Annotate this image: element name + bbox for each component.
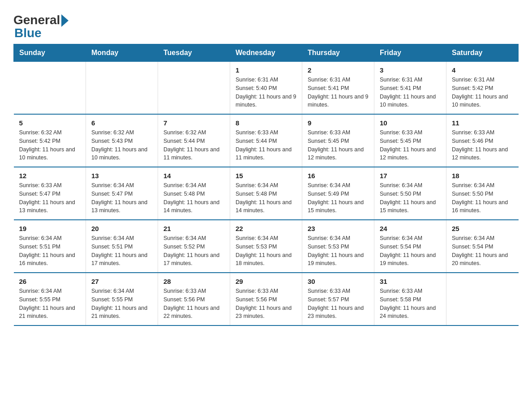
calendar-cell: 1Sunrise: 6:31 AMSunset: 5:40 PMDaylight… <box>230 62 302 115</box>
weekday-header-sunday: Sunday <box>14 44 86 62</box>
day-info: Sunrise: 6:33 AMSunset: 5:46 PMDaylight:… <box>452 128 513 162</box>
day-info: Sunrise: 6:31 AMSunset: 5:40 PMDaylight:… <box>236 76 296 109</box>
calendar-cell: 13Sunrise: 6:34 AMSunset: 5:47 PMDayligh… <box>86 167 158 220</box>
calendar-cell <box>86 62 158 115</box>
calendar-cell: 20Sunrise: 6:34 AMSunset: 5:51 PMDayligh… <box>86 220 158 273</box>
calendar-cell: 10Sunrise: 6:33 AMSunset: 5:45 PMDayligh… <box>374 114 446 167</box>
calendar-cell: 3Sunrise: 6:31 AMSunset: 5:41 PMDaylight… <box>374 62 446 115</box>
day-number: 14 <box>163 172 224 180</box>
calendar-cell: 23Sunrise: 6:34 AMSunset: 5:53 PMDayligh… <box>302 220 374 273</box>
calendar-cell: 11Sunrise: 6:33 AMSunset: 5:46 PMDayligh… <box>446 114 519 167</box>
calendar-table: SundayMondayTuesdayWednesdayThursdayFrid… <box>13 44 519 326</box>
calendar-cell: 24Sunrise: 6:34 AMSunset: 5:54 PMDayligh… <box>374 220 446 273</box>
day-info: Sunrise: 6:34 AMSunset: 5:55 PMDaylight:… <box>19 287 81 321</box>
calendar-cell: 4Sunrise: 6:31 AMSunset: 5:42 PMDaylight… <box>446 62 519 115</box>
day-info: Sunrise: 6:33 AMSunset: 5:45 PMDaylight:… <box>308 128 369 162</box>
day-info: Sunrise: 6:33 AMSunset: 5:57 PMDaylight:… <box>308 287 369 321</box>
calendar-cell: 28Sunrise: 6:33 AMSunset: 5:56 PMDayligh… <box>158 273 230 325</box>
calendar-cell: 26Sunrise: 6:34 AMSunset: 5:55 PMDayligh… <box>14 273 86 325</box>
day-number: 11 <box>452 119 513 127</box>
day-number: 15 <box>236 172 296 180</box>
calendar-cell <box>158 62 230 115</box>
day-info: Sunrise: 6:31 AMSunset: 5:42 PMDaylight:… <box>452 76 513 109</box>
calendar-cell: 27Sunrise: 6:34 AMSunset: 5:55 PMDayligh… <box>86 273 158 325</box>
day-info: Sunrise: 6:34 AMSunset: 5:47 PMDaylight:… <box>91 181 152 215</box>
day-info: Sunrise: 6:34 AMSunset: 5:54 PMDaylight:… <box>452 234 513 268</box>
day-number: 21 <box>163 225 224 232</box>
day-number: 29 <box>236 278 296 285</box>
day-info: Sunrise: 6:32 AMSunset: 5:42 PMDaylight:… <box>19 128 81 162</box>
weekday-header-row: SundayMondayTuesdayWednesdayThursdayFrid… <box>14 44 519 62</box>
day-info: Sunrise: 6:34 AMSunset: 5:50 PMDaylight:… <box>380 181 441 215</box>
calendar-cell: 25Sunrise: 6:34 AMSunset: 5:54 PMDayligh… <box>446 220 519 273</box>
day-number: 6 <box>91 119 152 127</box>
day-number: 28 <box>163 278 224 285</box>
calendar-cell: 14Sunrise: 6:34 AMSunset: 5:48 PMDayligh… <box>158 167 230 220</box>
day-info: Sunrise: 6:34 AMSunset: 5:50 PMDaylight:… <box>452 181 513 215</box>
day-number: 31 <box>380 278 441 285</box>
calendar-cell: 5Sunrise: 6:32 AMSunset: 5:42 PMDaylight… <box>14 114 86 167</box>
calendar-cell <box>446 273 519 325</box>
calendar-week-row: 19Sunrise: 6:34 AMSunset: 5:51 PMDayligh… <box>14 220 519 273</box>
day-number: 5 <box>19 119 81 127</box>
day-number: 18 <box>452 172 513 180</box>
day-info: Sunrise: 6:34 AMSunset: 5:51 PMDaylight:… <box>91 234 152 268</box>
day-info: Sunrise: 6:32 AMSunset: 5:43 PMDaylight:… <box>91 128 152 162</box>
day-number: 23 <box>308 225 369 232</box>
page-header: General Blue <box>13 9 519 39</box>
calendar-cell: 22Sunrise: 6:34 AMSunset: 5:53 PMDayligh… <box>230 220 302 273</box>
day-number: 2 <box>308 66 369 74</box>
logo-blue: Blue <box>14 27 69 39</box>
weekday-header-saturday: Saturday <box>446 44 519 62</box>
calendar-cell: 9Sunrise: 6:33 AMSunset: 5:45 PMDaylight… <box>302 114 374 167</box>
day-info: Sunrise: 6:34 AMSunset: 5:55 PMDaylight:… <box>91 287 152 321</box>
calendar-week-row: 12Sunrise: 6:33 AMSunset: 5:47 PMDayligh… <box>14 167 519 220</box>
day-info: Sunrise: 6:34 AMSunset: 5:53 PMDaylight:… <box>308 234 369 268</box>
day-number: 19 <box>19 225 81 232</box>
calendar-week-row: 5Sunrise: 6:32 AMSunset: 5:42 PMDaylight… <box>14 114 519 167</box>
calendar-cell: 6Sunrise: 6:32 AMSunset: 5:43 PMDaylight… <box>86 114 158 167</box>
calendar-cell: 2Sunrise: 6:31 AMSunset: 5:41 PMDaylight… <box>302 62 374 115</box>
day-info: Sunrise: 6:34 AMSunset: 5:51 PMDaylight:… <box>19 234 81 268</box>
day-info: Sunrise: 6:31 AMSunset: 5:41 PMDaylight:… <box>380 76 441 109</box>
day-number: 16 <box>308 172 369 180</box>
day-number: 24 <box>380 225 441 232</box>
day-info: Sunrise: 6:34 AMSunset: 5:49 PMDaylight:… <box>308 181 369 215</box>
day-number: 20 <box>91 225 152 232</box>
day-number: 17 <box>380 172 441 180</box>
weekday-header-monday: Monday <box>86 44 158 62</box>
weekday-header-thursday: Thursday <box>302 44 374 62</box>
day-info: Sunrise: 6:34 AMSunset: 5:48 PMDaylight:… <box>236 181 296 215</box>
calendar-cell: 31Sunrise: 6:33 AMSunset: 5:58 PMDayligh… <box>374 273 446 325</box>
day-info: Sunrise: 6:32 AMSunset: 5:44 PMDaylight:… <box>163 128 224 162</box>
calendar-cell: 18Sunrise: 6:34 AMSunset: 5:50 PMDayligh… <box>446 167 519 220</box>
calendar-cell: 21Sunrise: 6:34 AMSunset: 5:52 PMDayligh… <box>158 220 230 273</box>
day-info: Sunrise: 6:31 AMSunset: 5:41 PMDaylight:… <box>308 76 369 109</box>
calendar-cell: 17Sunrise: 6:34 AMSunset: 5:50 PMDayligh… <box>374 167 446 220</box>
day-info: Sunrise: 6:33 AMSunset: 5:58 PMDaylight:… <box>380 287 441 321</box>
day-number: 10 <box>380 119 441 127</box>
calendar-week-row: 1Sunrise: 6:31 AMSunset: 5:40 PMDaylight… <box>14 62 519 115</box>
day-number: 12 <box>19 172 81 180</box>
calendar-body: 1Sunrise: 6:31 AMSunset: 5:40 PMDaylight… <box>14 62 519 326</box>
day-number: 1 <box>236 66 296 74</box>
calendar-week-row: 26Sunrise: 6:34 AMSunset: 5:55 PMDayligh… <box>14 273 519 325</box>
day-number: 27 <box>91 278 152 285</box>
day-info: Sunrise: 6:33 AMSunset: 5:47 PMDaylight:… <box>19 181 81 215</box>
day-info: Sunrise: 6:33 AMSunset: 5:56 PMDaylight:… <box>236 287 296 321</box>
calendar-cell: 30Sunrise: 6:33 AMSunset: 5:57 PMDayligh… <box>302 273 374 325</box>
calendar-cell: 29Sunrise: 6:33 AMSunset: 5:56 PMDayligh… <box>230 273 302 325</box>
weekday-header-tuesday: Tuesday <box>158 44 230 62</box>
day-info: Sunrise: 6:33 AMSunset: 5:45 PMDaylight:… <box>380 128 441 162</box>
calendar-cell: 19Sunrise: 6:34 AMSunset: 5:51 PMDayligh… <box>14 220 86 273</box>
calendar-cell: 8Sunrise: 6:33 AMSunset: 5:44 PMDaylight… <box>230 114 302 167</box>
day-info: Sunrise: 6:33 AMSunset: 5:44 PMDaylight:… <box>236 128 296 162</box>
logo-arrow-icon <box>61 14 69 27</box>
day-info: Sunrise: 6:34 AMSunset: 5:52 PMDaylight:… <box>163 234 224 268</box>
day-number: 7 <box>163 119 224 127</box>
weekday-header-friday: Friday <box>374 44 446 62</box>
calendar-cell: 12Sunrise: 6:33 AMSunset: 5:47 PMDayligh… <box>14 167 86 220</box>
day-number: 3 <box>380 66 441 74</box>
weekday-header-wednesday: Wednesday <box>230 44 302 62</box>
logo-general: General <box>13 14 60 26</box>
